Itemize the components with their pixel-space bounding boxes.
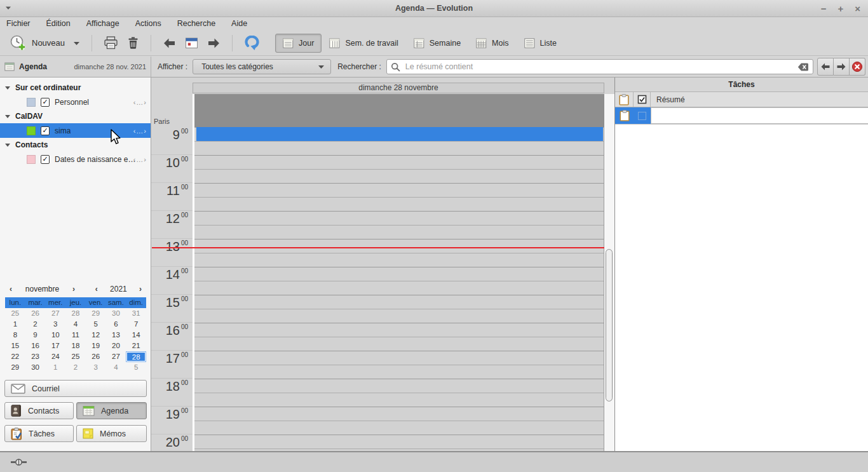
day-cell[interactable]: 1 [45,362,65,373]
task-type-cell[interactable] [615,107,634,124]
day-cell[interactable]: 13 [106,330,126,341]
time-slot-row[interactable] [194,183,604,197]
day-cell[interactable]: 28 [65,308,86,319]
switcher-agenda-button[interactable]: Agenda [76,402,147,419]
day-cell[interactable]: 27 [106,351,126,362]
calendar-checkbox[interactable]: ✓ [41,155,50,164]
view-button-2[interactable]: Semaine [406,34,468,53]
time-slot-row[interactable] [194,309,604,323]
forward-button[interactable] [834,58,850,76]
day-cell[interactable]: 18 [65,341,86,351]
time-slot-row[interactable] [194,197,604,211]
close-search-button[interactable] [850,58,865,76]
menu-item-3[interactable]: Actions [135,19,161,28]
view-button-0[interactable]: Jour [275,34,322,53]
time-slot-row[interactable] [194,421,604,435]
day-cell[interactable]: 25 [65,351,86,362]
calendar-list-item[interactable]: ✓sima‹…› [0,123,151,138]
time-slot-row[interactable] [194,281,604,295]
expander-icon[interactable] [5,144,10,147]
day-cell[interactable]: 29 [86,308,106,319]
day-cell[interactable]: 6 [106,319,126,330]
chevron-down-icon[interactable] [73,41,80,46]
empty-checkbox-icon[interactable] [638,112,646,120]
day-cell[interactable]: 26 [25,308,46,319]
calendar-checkbox[interactable]: ✓ [41,98,50,107]
day-cell[interactable]: 19 [86,341,106,351]
day-cell[interactable]: 22 [5,351,25,362]
day-cell[interactable]: 21 [126,341,146,351]
day-cell[interactable]: 8 [5,330,25,341]
switcher-mail-button[interactable]: Courriel [4,380,147,397]
selected-time-slot[interactable] [196,127,603,141]
menu-item-0[interactable]: Fichier [6,19,31,28]
day-cell[interactable]: 9 [25,330,46,341]
day-cell[interactable]: 4 [106,362,126,373]
day-cell[interactable]: 5 [126,362,146,373]
switcher-tasks-button[interactable]: Tâches [4,425,74,442]
day-cell[interactable]: 24 [45,351,65,362]
task-type-column-header[interactable] [615,92,634,107]
view-button-3[interactable]: Mois [468,34,516,53]
day-cell[interactable]: 10 [45,330,65,341]
online-status-icon[interactable] [10,457,27,467]
next-year-button[interactable]: › [135,285,146,293]
time-slot-row[interactable] [194,169,604,183]
day-cell[interactable]: 7 [126,319,146,330]
day-cell[interactable]: 15 [5,341,25,351]
day-cell[interactable]: 30 [106,308,126,319]
close-button[interactable]: × [855,3,860,14]
calendar-list-item[interactable]: ✓Dates de naissance e…‹…› [0,152,151,166]
day-cell[interactable]: 12 [86,330,106,341]
day-cell[interactable]: 30 [25,362,46,373]
all-day-events-band[interactable] [193,94,604,127]
prev-month-button[interactable]: ‹ [5,285,17,293]
time-slot-row[interactable] [194,225,604,239]
tree-group-header-0[interactable]: Sur cet ordinateur [0,81,151,95]
category-dropdown[interactable]: Toutes les catégories [193,59,331,74]
menu-item-4[interactable]: Recherche [177,19,215,28]
time-slot-row[interactable] [194,141,604,155]
day-grid[interactable] [193,127,604,451]
time-slot-row[interactable] [194,337,604,351]
search-input[interactable] [404,62,794,72]
task-summary-column-header[interactable]: Résumé [651,92,868,107]
view-button-1[interactable]: Sem. de travail [322,34,405,53]
time-slot-row[interactable] [194,365,604,379]
next-month-button[interactable]: › [68,285,79,293]
time-slot-row[interactable] [194,253,604,267]
time-slot-row[interactable] [194,295,604,309]
time-slot-row[interactable] [194,155,604,169]
minimize-button[interactable]: − [821,3,827,14]
maximize-button[interactable]: + [837,3,843,14]
expander-icon[interactable] [5,86,10,90]
prev-year-button[interactable]: ‹ [91,285,102,293]
time-slot-row[interactable] [194,379,604,393]
scrollbar-thumb[interactable] [606,249,613,401]
day-cell[interactable]: 20 [106,341,126,351]
vertical-scrollbar[interactable] [604,94,614,451]
view-button-4[interactable]: Liste [517,34,564,53]
previous-day-button[interactable] [158,35,180,51]
delete-button[interactable] [123,34,144,52]
time-slot-row[interactable] [194,351,604,365]
day-cell[interactable]: 5 [86,319,106,330]
day-cell[interactable]: 2 [25,319,46,330]
menu-item-1[interactable]: Édition [46,19,71,28]
day-cell[interactable]: 23 [25,351,46,362]
day-cell[interactable]: 25 [5,308,25,319]
task-complete-column-header[interactable] [634,92,651,107]
day-cell[interactable]: 2 [65,362,86,373]
task-complete-cell[interactable] [634,107,651,124]
day-cell[interactable]: 26 [86,351,106,362]
refresh-button[interactable] [240,33,266,53]
time-slot-row[interactable] [194,239,604,253]
menu-item-5[interactable]: Aide [231,19,247,28]
overflow-icon[interactable]: ‹…› [133,156,147,163]
day-cell[interactable]: 17 [45,341,65,351]
day-cell[interactable]: 29 [5,362,25,373]
tree-group-header-2[interactable]: Contacts [0,138,151,152]
window-menu-icon[interactable] [5,6,11,10]
day-cell[interactable]: 27 [45,308,65,319]
day-cell[interactable]: 11 [65,330,86,341]
